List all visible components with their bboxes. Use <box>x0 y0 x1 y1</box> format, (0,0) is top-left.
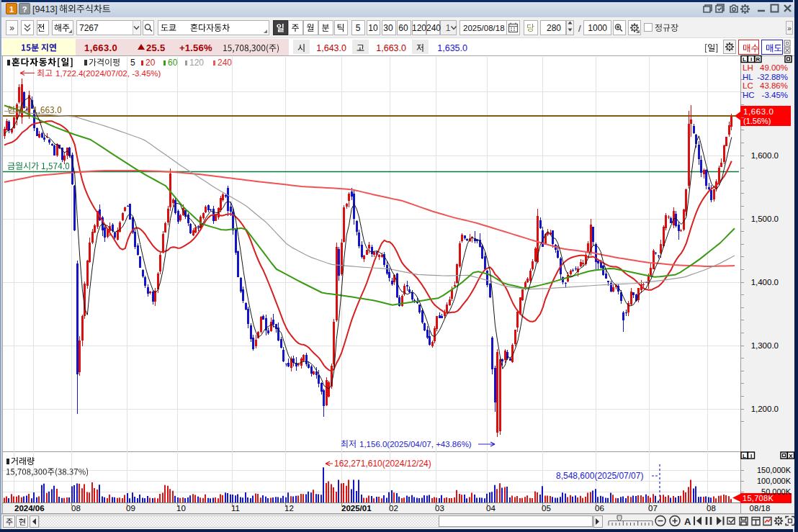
svg-text:2025/08/18: 2025/08/18 <box>463 24 505 32</box>
svg-text:1,156.0(2025/04/07, +43.86%): 1,156.0(2025/04/07, +43.86%) <box>359 440 472 448</box>
svg-text:1: 1 <box>9 5 14 14</box>
svg-text:08/18: 08/18 <box>750 504 771 513</box>
svg-text:10: 10 <box>176 504 186 513</box>
svg-text:120: 120 <box>412 23 426 33</box>
svg-text:-32.88%: -32.88% <box>757 73 788 81</box>
svg-text:08: 08 <box>71 504 81 513</box>
svg-text:1000: 1000 <box>588 23 607 33</box>
svg-text:25.5: 25.5 <box>146 42 166 53</box>
svg-text:7267: 7267 <box>79 23 99 33</box>
svg-text:HL: HL <box>743 73 753 81</box>
svg-text:2025/01: 2025/01 <box>341 504 372 513</box>
svg-text:8,548,600(2025/07/07): 8,548,600(2025/07/07) <box>556 471 643 481</box>
svg-text:10: 10 <box>368 23 378 33</box>
svg-text:60: 60 <box>168 58 178 68</box>
svg-text:20: 20 <box>145 58 156 68</box>
svg-text:02: 02 <box>389 504 398 513</box>
svg-text:06: 06 <box>595 504 604 513</box>
svg-text:1,643.0: 1,643.0 <box>316 43 346 53</box>
svg-text:1,600.0: 1,600.0 <box>751 151 779 160</box>
svg-text:240: 240 <box>426 23 441 33</box>
svg-text:1: 1 <box>446 23 451 33</box>
svg-text:»: » <box>787 24 792 32</box>
svg-text:X: X <box>789 453 793 459</box>
svg-text:I: I <box>750 453 752 459</box>
svg-text:05: 05 <box>542 504 551 513</box>
svg-text:2024/06: 2024/06 <box>14 504 45 513</box>
svg-text:120: 120 <box>189 58 204 68</box>
svg-text:1,635.0: 1,635.0 <box>437 43 467 53</box>
svg-text:1,663.0: 1,663.0 <box>84 42 117 53</box>
svg-text:5: 5 <box>356 23 361 33</box>
svg-text:1,500.0: 1,500.0 <box>751 215 779 223</box>
svg-text:30: 30 <box>383 23 393 33</box>
svg-text:L: L <box>743 453 746 459</box>
svg-text:150,000K: 150,000K <box>757 466 792 474</box>
svg-text:LC: LC <box>743 81 753 90</box>
svg-text:08: 08 <box>707 504 716 513</box>
svg-text:1,663.0: 1,663.0 <box>743 107 774 116</box>
svg-text:HC: HC <box>743 91 755 99</box>
svg-text:LH: LH <box>743 63 753 72</box>
svg-text:03: 03 <box>435 504 444 513</box>
svg-text:/: / <box>578 23 581 34</box>
svg-text:11: 11 <box>231 504 240 513</box>
svg-text:1,300.0: 1,300.0 <box>751 341 779 350</box>
svg-text:R: R <box>756 56 761 63</box>
svg-text:100,000K: 100,000K <box>757 477 792 485</box>
svg-text:49.00%: 49.00% <box>760 63 788 72</box>
svg-text:-3.45%: -3.45% <box>762 91 788 99</box>
svg-text:A: A <box>684 516 691 527</box>
svg-text:5: 5 <box>130 58 135 68</box>
svg-text:?: ? <box>22 5 27 14</box>
svg-text:280: 280 <box>547 23 561 33</box>
svg-text:1,663.0: 1,663.0 <box>376 43 406 53</box>
svg-text:15,708K: 15,708K <box>743 494 774 502</box>
svg-text:60: 60 <box>398 23 408 33</box>
svg-text:07: 07 <box>648 504 658 513</box>
svg-text:+1.56%: +1.56% <box>179 42 212 53</box>
svg-text:1,400.0: 1,400.0 <box>751 278 779 287</box>
svg-text:(1.56%): (1.56%) <box>743 117 771 125</box>
svg-text:1,722.4(2024/07/02, -3.45%): 1,722.4(2024/07/02, -3.45%) <box>55 69 161 78</box>
svg-text:04: 04 <box>486 504 496 513</box>
svg-text:1,200.0: 1,200.0 <box>751 405 779 413</box>
svg-text:»: » <box>9 23 14 33</box>
svg-text:[9413]: [9413] <box>32 4 58 14</box>
svg-text:09: 09 <box>126 504 135 513</box>
svg-text:L: L <box>743 56 746 63</box>
svg-text:43.86%: 43.86% <box>760 81 788 90</box>
svg-text:12: 12 <box>284 504 294 513</box>
svg-text:240: 240 <box>218 58 232 68</box>
svg-text:I: I <box>750 56 752 63</box>
svg-text:162,271,610(2024/12/24): 162,271,610(2024/12/24) <box>334 459 431 469</box>
